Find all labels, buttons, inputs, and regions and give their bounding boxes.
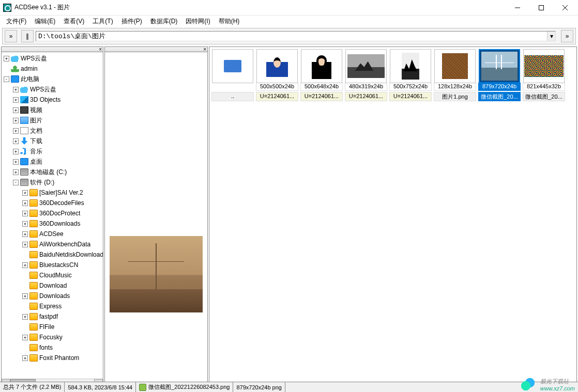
tree-item[interactable]: FlFile <box>2 322 103 332</box>
folder-tree[interactable]: +WPS云盘admin-此电脑+WPS云盘+3D Objects+视频+图片+文… <box>2 52 103 379</box>
tree-item[interactable]: +BluestacksCN <box>2 260 103 270</box>
minimize-button[interactable] <box>506 0 529 15</box>
thumbnail-image[interactable] <box>345 49 387 83</box>
expand-toggle[interactable]: + <box>13 149 19 154</box>
tree-item[interactable]: +下载 <box>2 136 103 146</box>
tree-item[interactable]: Express <box>2 301 103 311</box>
thumbnail-filename: 微信截图_20... <box>478 92 521 101</box>
expand-toggle[interactable]: + <box>13 97 19 103</box>
folder-icon <box>29 210 38 217</box>
toolbar-grip-icon[interactable]: ‖ <box>21 30 34 42</box>
thumbnail-filename: U=2124061... <box>345 92 387 101</box>
doc-icon <box>20 127 28 134</box>
tree-item[interactable]: +AliWorkbenchData <box>2 239 103 249</box>
tree-item[interactable]: +ACDSee <box>2 229 103 239</box>
status-fileinfo: 584.3 KB, 2023/6/8 15:44 <box>65 382 136 392</box>
tree-item[interactable]: +3D Objects <box>2 95 103 105</box>
thumbnail-image[interactable] <box>212 49 253 83</box>
menu-view[interactable]: 查看(V) <box>59 16 88 27</box>
preview-close-icon[interactable]: × <box>203 46 206 52</box>
thumbnail-image[interactable] <box>479 49 520 83</box>
tree-item[interactable]: -此电脑 <box>2 74 103 84</box>
expand-toggle[interactable]: + <box>22 242 28 247</box>
path-combo[interactable]: ▾ <box>36 31 556 41</box>
expand-toggle[interactable]: + <box>22 221 28 227</box>
expand-toggle[interactable]: + <box>13 87 19 92</box>
preview-image[interactable] <box>110 236 203 312</box>
expand-toggle[interactable]: + <box>22 200 28 206</box>
expand-toggle[interactable]: + <box>4 56 9 61</box>
expand-toggle[interactable]: + <box>22 211 28 216</box>
tree-item[interactable]: Download <box>2 280 103 291</box>
expand-toggle[interactable]: + <box>22 190 28 196</box>
tree-item-label: FlFile <box>39 323 54 331</box>
menu-edit[interactable]: 编辑(E) <box>31 16 59 27</box>
thumbnail-image[interactable] <box>390 49 431 83</box>
tree-item[interactable]: +360DecodeFiles <box>2 198 103 208</box>
expand-toggle[interactable]: + <box>22 231 28 237</box>
expand-toggle[interactable]: + <box>13 118 19 123</box>
preview-panel: × <box>104 46 208 388</box>
thumbnail-image[interactable] <box>301 49 342 83</box>
tree-item[interactable]: +WPS云盘 <box>2 84 103 95</box>
thumbnail-placeholder-icon <box>524 55 564 77</box>
tree-item[interactable]: +视频 <box>2 105 103 115</box>
thumbnail-item[interactable]: 128x128x24b图片1.png <box>434 49 476 101</box>
close-button[interactable] <box>553 0 577 15</box>
expand-toggle[interactable]: + <box>13 138 19 144</box>
thumbnail-item[interactable]: 500x752x24bU=2124061... <box>389 49 432 101</box>
tree-item[interactable]: +本地磁盘 (C:) <box>2 167 103 177</box>
tree-item[interactable]: +360DocProtect <box>2 208 103 218</box>
tree-item[interactable]: +Foxit Phantom <box>2 353 103 363</box>
tree-item[interactable]: +WPS云盘 <box>2 53 103 64</box>
tree-item[interactable]: -软件 (D:) <box>2 177 103 187</box>
menu-file[interactable]: 文件(F) <box>2 16 31 27</box>
tree-item[interactable]: +桌面 <box>2 156 103 167</box>
tree-item[interactable]: fonts <box>2 342 103 353</box>
menu-help[interactable]: 帮助(H) <box>215 16 244 27</box>
menu-tools[interactable]: 工具(T) <box>88 16 117 27</box>
expand-toggle[interactable]: + <box>22 335 28 340</box>
thumbnail-item[interactable]: .. <box>211 49 254 101</box>
tree-item-label: ACDSee <box>39 230 64 238</box>
maximize-button[interactable] <box>529 0 553 15</box>
thumbnail-item[interactable]: 879x720x24b微信截图_20... <box>478 49 521 101</box>
expand-toggle[interactable]: + <box>22 314 28 320</box>
toolbar-overflow-right[interactable]: » <box>561 30 573 42</box>
tree-item[interactable]: +[Saier]SAI Ver.2 <box>2 187 103 198</box>
tree-item[interactable]: admin <box>2 64 103 74</box>
tree-close-icon[interactable]: × <box>99 46 102 52</box>
tree-item[interactable]: +Focusky <box>2 332 103 342</box>
menu-database[interactable]: 数据库(D) <box>146 16 182 27</box>
expand-toggle[interactable]: - <box>4 76 9 82</box>
path-dropdown-icon[interactable]: ▾ <box>547 32 555 41</box>
expand-toggle[interactable]: + <box>13 169 19 175</box>
expand-toggle[interactable]: + <box>13 159 19 165</box>
thumbnail-image[interactable] <box>256 49 298 83</box>
expand-toggle[interactable]: + <box>22 355 28 361</box>
thumbnail-item[interactable]: 500x500x24bU=2124061... <box>256 49 298 101</box>
expand-toggle[interactable]: + <box>13 107 19 113</box>
tree-item-label: Foxit Phantom <box>39 354 79 362</box>
tree-item[interactable]: +音乐 <box>2 146 103 156</box>
thumbnail-image[interactable] <box>434 49 476 83</box>
tree-item[interactable]: +360Downloads <box>2 218 103 229</box>
tree-item[interactable]: +fastpdf <box>2 311 103 322</box>
expand-toggle[interactable]: + <box>13 128 19 134</box>
tree-item[interactable]: BaiduNetdiskDownload <box>2 249 103 260</box>
expand-toggle[interactable]: + <box>22 293 28 299</box>
expand-toggle[interactable]: - <box>13 180 19 185</box>
menu-internet[interactable]: 因特网(I) <box>181 16 214 27</box>
tree-item[interactable]: +文档 <box>2 126 103 136</box>
thumbnail-item[interactable]: 500x648x24bU=2124061... <box>300 49 343 101</box>
thumbnail-item[interactable]: 480x319x24bU=2124061... <box>345 49 387 101</box>
menu-plugins[interactable]: 插件(P) <box>117 16 146 27</box>
toolbar-overflow-left[interactable]: » <box>5 30 17 42</box>
tree-item[interactable]: CloudMusic <box>2 270 103 280</box>
thumbnail-item[interactable]: 821x445x32b微信截图_20... <box>523 49 565 101</box>
path-input[interactable] <box>36 33 547 40</box>
expand-toggle[interactable]: + <box>22 262 28 268</box>
thumbnail-image[interactable] <box>523 49 565 83</box>
tree-item[interactable]: +Downloads <box>2 291 103 301</box>
tree-item[interactable]: +图片 <box>2 115 103 126</box>
